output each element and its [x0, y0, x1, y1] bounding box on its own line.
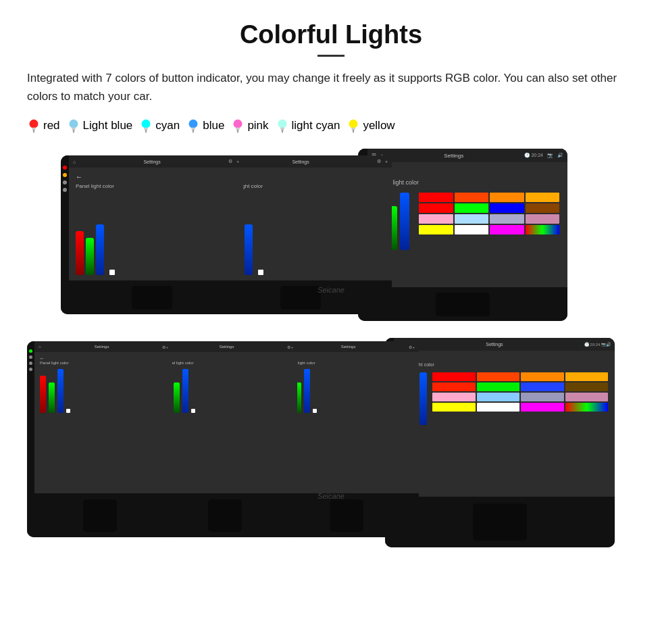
screen-header-label-b2: Settings — [170, 345, 284, 349]
watermark-top: Seicane — [317, 286, 345, 294]
vent-hole-top-1 — [132, 286, 172, 309]
bulb-icon-lightblue — [67, 118, 80, 134]
svg-rect-25 — [352, 128, 356, 130]
color-item-cyan: cyan — [139, 118, 180, 134]
screen-header-label-1: Settings — [80, 159, 224, 164]
svg-rect-17 — [236, 128, 240, 130]
svg-rect-14 — [192, 130, 195, 131]
description-text: Integrated with 7 colors of button indic… — [27, 69, 635, 105]
bulb-icon-yellow — [347, 118, 360, 134]
screen-header-label-3: Settings — [388, 153, 520, 159]
radio-unit-bot-1: ⌂ Settings ⚙+ ← Panel light color — [27, 341, 172, 537]
svg-rect-10 — [145, 130, 147, 131]
color-label-pink: pink — [247, 119, 268, 132]
bulb-icon-red — [27, 118, 41, 134]
panel-title-1: Panel light color — [76, 183, 236, 189]
radio-unit-bot-2: ⌂ Settings ⚙+ ← Panel light color — [152, 341, 297, 537]
bulb-icon-cyan — [139, 118, 153, 134]
color-item-red: red — [27, 118, 60, 134]
svg-point-0 — [30, 120, 39, 128]
svg-rect-6 — [72, 130, 75, 131]
bottom-row: ⌂ Settings ⚙+ ← Panel light color — [27, 338, 635, 554]
vent-hole-bot-3 — [330, 499, 363, 532]
bulb-icon-blue — [186, 118, 200, 134]
color-label-lightblue: Light blue — [83, 119, 133, 132]
svg-rect-21 — [280, 128, 284, 130]
panel-title-b2: Panel light color — [165, 361, 292, 365]
svg-point-20 — [278, 120, 286, 128]
page-title: Colorful Lights — [27, 20, 635, 49]
bulb-icon-lightcyan — [276, 118, 289, 134]
color-label-cyan: cyan — [155, 119, 180, 132]
color-item-lightblue: Light blue — [67, 118, 133, 134]
svg-point-4 — [69, 120, 78, 128]
svg-rect-5 — [72, 128, 76, 130]
page-container: Colorful Lights Integrated with 7 colors… — [0, 0, 662, 568]
panel-title-b3: Panel light color — [286, 361, 413, 365]
panel-title-2: Panel light color — [224, 183, 385, 189]
screen-header-label-b4: Settings — [409, 342, 580, 347]
color-label-red: red — [43, 119, 60, 132]
svg-rect-13 — [191, 128, 195, 130]
watermark-bottom: Seicane — [317, 492, 345, 500]
vent-hole-bot-4 — [473, 503, 527, 541]
color-label-blue: blue — [203, 119, 224, 132]
svg-rect-2 — [32, 130, 35, 131]
color-item-blue: blue — [186, 118, 224, 134]
screen-top-1: ⌂ Settings ⚙ + ← Panel light color — [61, 155, 243, 280]
svg-rect-18 — [237, 130, 240, 131]
title-divider — [317, 55, 345, 57]
color-list: red Light blue cyan — [27, 118, 635, 134]
svg-rect-26 — [353, 130, 355, 131]
displays-section: ⌂ Settings ⚙ + ← Panel light color — [27, 149, 635, 554]
panel-title-b1: Panel light color — [40, 361, 167, 365]
vent-hole-bot-1 — [83, 499, 117, 532]
screen-header-label-b3: Settings — [292, 345, 405, 349]
panel-title-3: Panel light color — [376, 179, 559, 186]
top-row: ⌂ Settings ⚙ + ← Panel light color — [27, 149, 635, 331]
svg-rect-1 — [32, 128, 36, 130]
screen-bot-2: ⌂ Settings ⚙+ ← Panel light color — [152, 341, 297, 493]
screen-bot-1: ⌂ Settings ⚙+ ← Panel light color — [27, 341, 172, 493]
color-label-lightcyan: light cyan — [292, 119, 340, 132]
bulb-icon-pink — [231, 118, 245, 134]
vent-hole-top-3 — [436, 293, 490, 316]
radio-unit-bot-4: ☰⌂ Settings 🕐 20:24 📷🔊 ← Panel light col… — [385, 338, 615, 547]
color-label-yellow: yellow — [363, 119, 394, 132]
radio-unit-top-1: ⌂ Settings ⚙ + ← Panel light color — [61, 155, 243, 314]
color-item-pink: pink — [231, 118, 268, 134]
screen-bot-4: ☰⌂ Settings 🕐 20:24 📷🔊 ← Panel light col… — [385, 338, 615, 497]
color-item-yellow: yellow — [347, 118, 394, 134]
vent-hole-bot-2 — [208, 499, 242, 532]
panel-title-b4: Panel light color — [401, 362, 608, 367]
svg-point-16 — [234, 120, 243, 128]
svg-rect-9 — [145, 128, 149, 130]
screen-header-label-b1: Settings — [45, 345, 159, 349]
color-item-lightcyan: light cyan — [276, 118, 340, 134]
vent-hole-top-2 — [280, 286, 321, 309]
svg-point-8 — [142, 120, 151, 128]
svg-rect-22 — [281, 130, 284, 131]
svg-point-12 — [189, 120, 198, 128]
screen-header-label-2: Settings — [228, 159, 373, 164]
svg-point-24 — [349, 120, 358, 128]
